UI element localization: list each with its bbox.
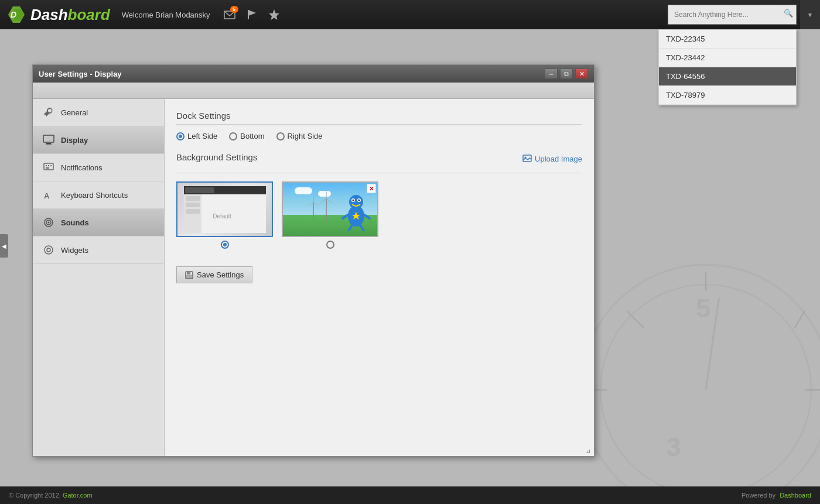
footer-powered-by: Powered by Dashboard xyxy=(742,492,811,499)
svg-rect-22 xyxy=(48,165,49,166)
upload-image-button[interactable]: Upload Image xyxy=(522,155,582,164)
logo-text: Dashboard xyxy=(30,6,110,24)
copyright-text: © Copyright 2012. xyxy=(9,492,61,499)
flag-icon-btn[interactable] xyxy=(242,5,262,25)
background-settings-header: Background Settings Upload Image xyxy=(176,152,582,166)
svg-point-30 xyxy=(47,248,50,252)
sidebar-item-notifications[interactable]: Notifications xyxy=(33,154,164,181)
svg-text:Default: Default xyxy=(213,213,231,220)
sidebar-item-display[interactable]: Display xyxy=(33,126,164,154)
dock-right-label: Right Side xyxy=(288,132,323,140)
pin-icon-btn[interactable] xyxy=(264,5,284,25)
sidebar: General Display xyxy=(33,99,165,456)
svg-line-48 xyxy=(320,199,326,204)
svg-point-50 xyxy=(349,195,363,209)
side-collapse-tab[interactable]: ◀ xyxy=(0,234,8,258)
svg-line-44 xyxy=(308,203,313,206)
sidebar-item-keyboard-shortcuts[interactable]: A Keyboard Shortcuts xyxy=(33,181,164,209)
dock-left-radio[interactable] xyxy=(176,132,184,140)
thumb-wallpaper-radio[interactable] xyxy=(326,241,334,249)
window-title: User Settings - Display xyxy=(39,70,122,78)
email-badge: 5 xyxy=(230,6,238,13)
dock-left-label: Left Side xyxy=(187,132,217,140)
sidebar-label-keyboard: Keyboard Shortcuts xyxy=(61,191,128,200)
svg-rect-62 xyxy=(186,275,192,278)
sidebar-item-widgets[interactable]: Widgets xyxy=(33,236,164,264)
svg-text:5: 5 xyxy=(696,293,710,323)
svg-point-53 xyxy=(352,199,354,201)
window-toolbar xyxy=(33,83,594,99)
dock-bottom-radio[interactable] xyxy=(229,132,237,140)
speaker-icon xyxy=(42,216,55,229)
svg-line-57 xyxy=(348,225,352,231)
save-icon xyxy=(185,271,193,279)
dock-settings-section: Dock Settings Left Side Bottom Right xyxy=(176,111,582,140)
window-content: General Display xyxy=(33,99,594,456)
svg-rect-34 xyxy=(185,187,214,193)
navbar-dropdown-arrow[interactable]: ▼ xyxy=(800,0,820,29)
dock-right-option[interactable]: Right Side xyxy=(276,132,323,140)
svg-marker-6 xyxy=(269,9,279,20)
sidebar-label-sounds: Sounds xyxy=(61,218,89,227)
navbar: D Dashboard Welcome Brian Modansky 5 🔍 ▼ xyxy=(0,0,820,29)
minimize-button[interactable]: – xyxy=(545,68,558,79)
logo: D Dashboard xyxy=(6,4,110,25)
footer-copyright: © Copyright 2012. Gator.com xyxy=(9,492,93,499)
save-settings-label: Save Settings xyxy=(197,270,244,279)
wallpaper-thumb-bg xyxy=(283,183,377,236)
sidebar-item-general[interactable]: General xyxy=(33,99,164,126)
speedometer-decoration: 5 3 xyxy=(574,258,820,504)
powered-by-text: Powered by xyxy=(742,492,775,499)
svg-rect-61 xyxy=(187,272,190,275)
svg-line-43 xyxy=(313,203,319,206)
sidebar-item-sounds[interactable]: Sounds xyxy=(33,209,164,236)
footer-bar: © Copyright 2012. Gator.com Powered by D… xyxy=(0,486,820,504)
monitor-icon xyxy=(42,133,55,146)
background-settings-title: Background Settings xyxy=(176,152,257,166)
thumb-default[interactable]: Default xyxy=(176,181,273,237)
email-icon[interactable]: 5 xyxy=(220,5,240,25)
svg-line-13 xyxy=(627,311,644,328)
search-icon[interactable]: 🔍 xyxy=(784,9,793,18)
sidebar-label-display: Display xyxy=(61,136,88,145)
upload-icon xyxy=(522,155,532,164)
window-titlebar: User Settings - Display – ⧉ ✕ xyxy=(33,65,594,83)
resize-handle[interactable]: ⊿ xyxy=(586,448,593,455)
search-input[interactable] xyxy=(668,5,797,25)
svg-text:A: A xyxy=(44,191,50,200)
svg-rect-36 xyxy=(201,194,266,233)
thumb-default-radio[interactable] xyxy=(221,241,229,249)
pin-svg xyxy=(268,8,281,21)
svg-rect-37 xyxy=(186,196,200,201)
thumb-wallpaper[interactable]: ✕ xyxy=(282,181,378,237)
svg-line-10 xyxy=(795,311,805,328)
svg-text:3: 3 xyxy=(667,432,681,462)
widgets-icon xyxy=(42,244,55,256)
svg-rect-23 xyxy=(50,165,52,166)
dropdown-item-1[interactable]: TXD-23442 xyxy=(659,49,796,67)
svg-text:D: D xyxy=(11,10,16,19)
svg-line-58 xyxy=(360,225,364,231)
search-dropdown: TXD-22345 TXD-23442 TXD-64556 TXD-78979 xyxy=(658,29,797,105)
svg-point-54 xyxy=(358,199,360,201)
dock-right-radio[interactable] xyxy=(276,132,285,140)
svg-line-55 xyxy=(343,215,348,218)
svg-rect-21 xyxy=(46,165,47,166)
svg-line-56 xyxy=(364,215,370,218)
dropdown-item-3[interactable]: TXD-78979 xyxy=(659,86,796,105)
dropdown-item-2[interactable]: TXD-64556 xyxy=(659,67,796,86)
dock-bottom-option[interactable]: Bottom xyxy=(229,132,264,140)
dock-left-option[interactable]: Left Side xyxy=(176,132,217,140)
upload-image-label: Upload Image xyxy=(535,155,582,163)
flag-svg xyxy=(245,8,258,21)
dropdown-item-0[interactable]: TXD-22345 xyxy=(659,30,796,49)
maximize-button[interactable]: ⧉ xyxy=(560,68,573,79)
welcome-message: Welcome Brian Modansky xyxy=(122,11,210,19)
keyboard-icon: A xyxy=(42,188,55,201)
save-settings-button[interactable]: Save Settings xyxy=(176,266,252,283)
footer-company-link[interactable]: Gator.com xyxy=(63,492,93,499)
footer-brand-link[interactable]: Dashboard xyxy=(780,492,811,499)
close-button[interactable]: ✕ xyxy=(575,68,588,79)
svg-rect-38 xyxy=(186,203,200,207)
thumb-wallpaper-close[interactable]: ✕ xyxy=(367,184,376,193)
